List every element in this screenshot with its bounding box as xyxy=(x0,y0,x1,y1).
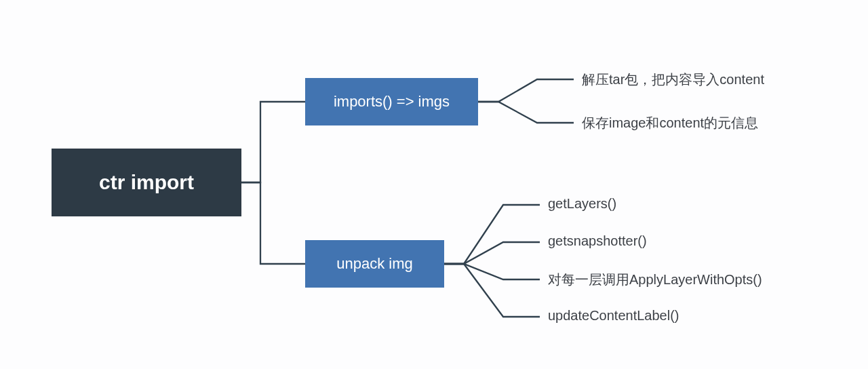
leaf-text: getLayers() xyxy=(548,196,616,212)
child-label-unpack: unpack img xyxy=(336,255,413,273)
leaf-text: 解压tar包，把内容导入content xyxy=(582,71,764,89)
child-node-unpack: unpack img xyxy=(305,240,444,288)
leaf-text: getsnapshotter() xyxy=(548,233,647,249)
root-node: ctr import xyxy=(52,149,241,216)
leaf-text: 对每一层调用ApplyLayerWithOpts() xyxy=(548,271,762,289)
leaf-text: 保存image和content的元信息 xyxy=(582,114,758,132)
root-label: ctr import xyxy=(99,171,194,194)
child-node-imports: imports() => imgs xyxy=(305,78,478,125)
leaf-text: updateContentLabel() xyxy=(548,308,679,324)
child-label-imports: imports() => imgs xyxy=(334,93,450,111)
